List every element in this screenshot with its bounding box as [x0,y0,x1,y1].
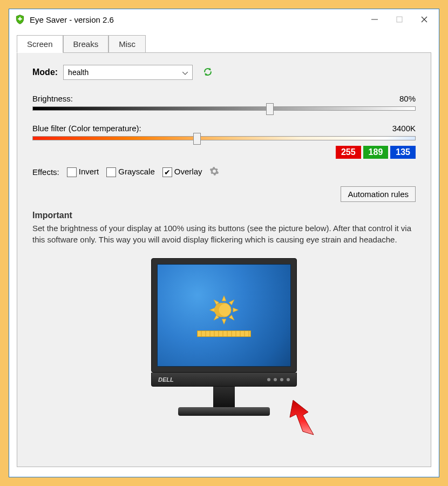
brightness-block: Brightness: 80% [32,94,416,111]
automation-row: Automation rules [32,186,416,202]
bluefilter-thumb[interactable] [193,133,201,145]
tab-screen[interactable]: Screen [17,35,63,53]
tab-misc[interactable]: Misc [108,35,146,53]
maximize-button[interactable] [387,11,412,28]
svg-marker-13 [229,315,234,320]
brightness-thumb[interactable] [266,103,274,115]
mode-row: Mode: health [32,65,416,80]
titlebar: Eye Saver - version 2.6 [9,9,439,30]
svg-marker-9 [233,308,238,313]
bluefilter-block: Blue filter (Color temperature): 3400K 2… [32,124,416,159]
svg-marker-6 [222,296,226,301]
notice-body: Set the brightness of your display at 10… [32,222,416,245]
notice-heading: Important [32,210,416,221]
content-area: Screen Breaks Misc Mode: health [9,30,439,477]
brightness-bar-icon [197,330,251,337]
svg-marker-11 [229,300,234,305]
tab-breaks[interactable]: Breaks [63,35,109,53]
gear-icon[interactable] [209,166,219,178]
rgb-g: 189 [363,146,389,159]
bluefilter-label: Blue filter (Color temperature): [32,124,141,133]
automation-rules-button[interactable]: Automation rules [341,186,416,202]
svg-rect-3 [397,17,402,22]
app-window: Eye Saver - version 2.6 Screen Breaks Mi… [9,9,439,477]
bluefilter-value: 3400K [392,124,416,133]
tab-panel-screen: Mode: health [17,52,431,467]
svg-marker-7 [222,319,226,324]
app-shield-icon [15,14,25,25]
brightness-slider[interactable] [32,106,416,111]
sun-moon-icon [208,294,240,326]
svg-rect-1 [18,18,22,19]
monitor-brand: DELL [158,376,174,383]
important-notice: Important Set the brightness of your dis… [32,210,416,245]
chevron-down-icon [182,68,188,77]
invert-checkbox[interactable]: Invert [67,167,99,177]
effects-label: Effects: [32,167,59,177]
bluefilter-slider[interactable] [32,136,416,140]
effects-row: Effects: Invert Grayscale Overlay [32,166,416,178]
monitor-buttons-icon [267,378,290,381]
mode-select[interactable]: health [63,65,193,80]
minimize-button[interactable] [362,11,387,28]
overlay-checkbox[interactable]: Overlay [162,167,202,177]
rgb-row: 255 189 135 [32,146,416,159]
refresh-icon[interactable] [202,66,213,79]
close-button[interactable] [412,11,437,28]
mode-label: Mode: [32,68,58,77]
rgb-b: 135 [390,146,416,159]
svg-marker-8 [210,308,215,313]
brightness-value: 80% [399,94,416,103]
rgb-r: 255 [336,146,361,159]
tab-strip: Screen Breaks Misc [17,35,431,52]
mode-select-value: health [68,68,89,77]
brightness-label: Brightness: [32,94,73,103]
monitor-illustration: DELL [32,258,416,416]
grayscale-checkbox[interactable]: Grayscale [106,167,155,177]
window-title: Eye Saver - version 2.6 [30,15,362,24]
